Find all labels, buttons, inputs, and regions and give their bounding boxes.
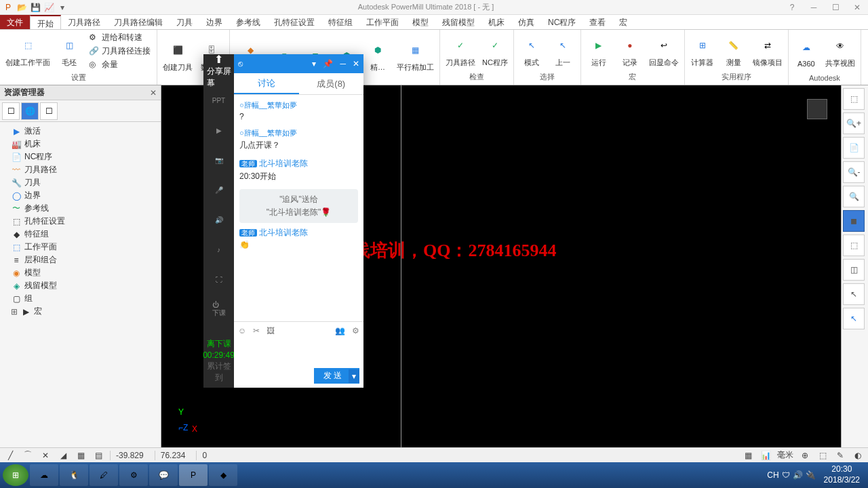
explorer-tool1[interactable]: ☐ [2, 102, 20, 120]
emoji-icon[interactable]: ☺ [238, 326, 246, 336]
taskbar-app[interactable]: 🖊 [90, 464, 118, 486]
chat-close-icon[interactable]: ✕ [353, 59, 359, 68]
parallel-finish-button[interactable]: ▦平行精加工 [395, 38, 435, 74]
create-workplane-button[interactable]: ⬚创建工作平面 [4, 33, 52, 69]
taskbar-app[interactable]: ☁ [30, 464, 58, 486]
tab-holes[interactable]: 孔特征设置 [267, 15, 321, 29]
open-icon[interactable]: 📂 [16, 2, 27, 13]
feed-speed-button[interactable]: ⚙进给和转速 [87, 31, 153, 44]
tab-view[interactable]: 查看 [583, 15, 612, 29]
toolpath-link-button[interactable]: 🔗刀具路径连接 [87, 45, 153, 58]
zoom-in-icon[interactable]: 🔍+ [843, 113, 865, 134]
minimize-icon[interactable]: ─ [806, 3, 822, 12]
save-icon[interactable]: 💾 [30, 2, 41, 13]
tree-item[interactable]: 🔧刀具 [3, 176, 158, 189]
clock[interactable]: 20:302018/3/22 [818, 464, 865, 485]
qat-dropdown-icon[interactable]: ▾ [57, 2, 68, 13]
tab-file[interactable]: 文件 [0, 15, 30, 29]
measure-button[interactable]: 📏测量 [720, 33, 747, 69]
tree-item[interactable]: 🏭机床 [3, 138, 158, 150]
tab-machine[interactable]: 机床 [481, 15, 511, 29]
video-button[interactable]: ▶ [207, 118, 231, 142]
strategy4-button[interactable]: ⬢精… [364, 38, 391, 74]
tab-simulate[interactable]: 仿真 [511, 15, 541, 29]
thickness-button[interactable]: ◎余量 [87, 58, 153, 71]
chat-share-icon[interactable]: ⎋ [238, 59, 243, 68]
tree-item[interactable]: ◈残留模型 [3, 279, 158, 292]
start-button[interactable]: ⊞ [3, 464, 28, 486]
calculator-button[interactable]: ⊞计算器 [689, 33, 716, 69]
tab-members[interactable]: 成员(8) [299, 73, 364, 94]
tab-refline[interactable]: 参考线 [229, 15, 267, 29]
share-screen-button[interactable]: ⬆分享屏幕 [207, 58, 231, 83]
zoom-out-icon[interactable]: 🔍- [843, 161, 865, 183]
line-tool-icon[interactable]: ╱ [4, 449, 16, 462]
tab-tools[interactable]: 刀具 [170, 15, 199, 29]
tab-discuss[interactable]: 讨论 [234, 73, 299, 94]
view-tool[interactable]: 📄 [843, 137, 865, 159]
maximize-icon[interactable]: ☐ [827, 3, 844, 12]
explorer-tool3[interactable]: ☐ [40, 102, 58, 120]
tab-workplane[interactable]: 工作平面 [359, 15, 406, 29]
view-cube[interactable] [807, 99, 827, 119]
tree-item[interactable]: ▶激活 [3, 125, 158, 138]
tray-icon[interactable]: 🔌 [806, 470, 816, 480]
send-button[interactable]: 发 送▾ [314, 368, 359, 384]
explorer-close-icon[interactable]: ✕ [150, 88, 157, 98]
chat-messages[interactable]: ○辞幅__繁華如夢? ○辞幅__繁華如夢几点开课？ 老师北斗培训老陈20:30开… [234, 95, 363, 321]
a360-button[interactable]: ☁A360 [793, 35, 820, 69]
share-view-button[interactable]: 👁共享视图 [824, 34, 856, 70]
tray-icon[interactable]: 🔊 [793, 470, 803, 480]
tree-item[interactable]: ⬚孔特征设置 [3, 215, 158, 228]
chat-minimize-icon[interactable]: ─ [340, 59, 346, 68]
expand-button[interactable]: ⛶ [207, 267, 231, 291]
tree-item[interactable]: ≡层和组合 [3, 253, 158, 266]
select-mode-button[interactable]: ↖模式 [518, 33, 545, 69]
tree-item[interactable]: ◆特征组 [3, 228, 158, 241]
check-nc-button[interactable]: ✓NC程序 [481, 33, 509, 69]
cube-tool[interactable]: ◫ [843, 259, 865, 281]
arc-tool-icon[interactable]: ⌒ [22, 449, 34, 462]
view-tool-iso[interactable]: ⬚ [843, 88, 865, 110]
tab-stock[interactable]: 残留模型 [435, 15, 481, 29]
tree-item[interactable]: 〜参考线 [3, 202, 158, 215]
tab-macro[interactable]: 宏 [612, 15, 634, 29]
check-toolpath-button[interactable]: ✓刀具路径 [444, 33, 477, 69]
image-icon[interactable]: 🖼 [267, 326, 275, 336]
record-button[interactable]: ●记录 [616, 33, 644, 69]
taskbar-app[interactable]: ⚙ [119, 464, 148, 486]
chat-dropdown-icon[interactable]: ▾ [312, 59, 316, 68]
status-icon[interactable]: ✎ [834, 449, 846, 462]
mic-button[interactable]: 🎤 [207, 178, 231, 202]
speaker-button[interactable]: 🔊 [207, 207, 231, 232]
tree-item[interactable]: 📄NC程序 [3, 150, 158, 163]
create-tool-button[interactable]: ⬛创建刀具 [161, 38, 194, 74]
tab-model[interactable]: 模型 [406, 15, 435, 29]
scissors-icon[interactable]: ✂ [253, 326, 260, 336]
camera-button[interactable]: 📷 [207, 148, 231, 172]
tab-toolpath-edit[interactable]: 刀具路径编辑 [107, 15, 170, 29]
ime-indicator[interactable]: CH [767, 470, 778, 480]
tree-item[interactable]: 〰刀具路径 [3, 163, 158, 176]
tree-item[interactable]: ◯边界 [3, 189, 158, 202]
status-icon[interactable]: ▦ [75, 449, 87, 462]
zoom-fit-icon[interactable]: 🔍 [843, 186, 865, 207]
tree-item[interactable]: ⬚工作平面 [3, 241, 158, 253]
wire-tool[interactable]: ⬚ [843, 235, 865, 256]
select-prev-button[interactable]: ↖上一 [549, 33, 576, 69]
cursor-tool[interactable]: ↖ [843, 283, 865, 305]
tab-toolpath[interactable]: 刀具路径 [61, 15, 107, 29]
taskbar-app[interactable]: 💬 [149, 464, 178, 486]
tab-feature[interactable]: 特征组 [321, 15, 359, 29]
status-icon[interactable]: ⊕ [799, 449, 811, 462]
run-button[interactable]: ▶运行 [585, 33, 612, 69]
chat-pin-icon[interactable]: 📌 [323, 59, 333, 68]
help-icon[interactable]: ? [784, 3, 800, 12]
shade-tool[interactable]: ◼ [843, 210, 865, 232]
close-icon[interactable]: ✕ [849, 3, 865, 12]
status-icon[interactable]: ▤ [92, 449, 104, 462]
users-icon[interactable]: 👥 [335, 326, 345, 336]
tree-item[interactable]: ◉模型 [3, 266, 158, 279]
status-icon[interactable]: ▦ [742, 449, 754, 462]
status-icon[interactable]: 📊 [760, 449, 772, 462]
